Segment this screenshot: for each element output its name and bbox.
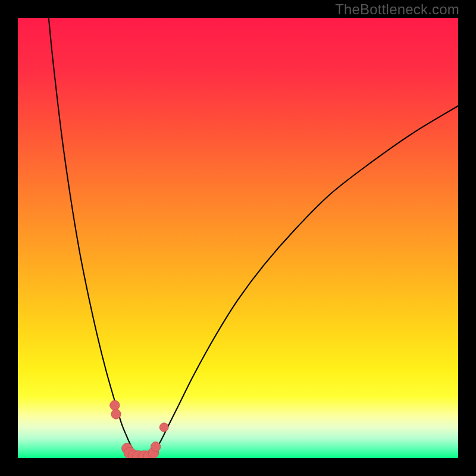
curves-layer — [18, 18, 458, 458]
marker-group — [110, 400, 168, 458]
curve-left-branch — [49, 18, 137, 457]
data-marker — [151, 442, 160, 452]
watermark-text: TheBottleneck.com — [335, 1, 459, 18]
data-marker — [111, 409, 121, 419]
curve-right-branch — [150, 106, 458, 457]
data-marker — [159, 423, 168, 432]
chart-frame: TheBottleneck.com — [0, 0, 476, 476]
plot-area — [18, 18, 458, 458]
data-marker — [110, 400, 120, 410]
